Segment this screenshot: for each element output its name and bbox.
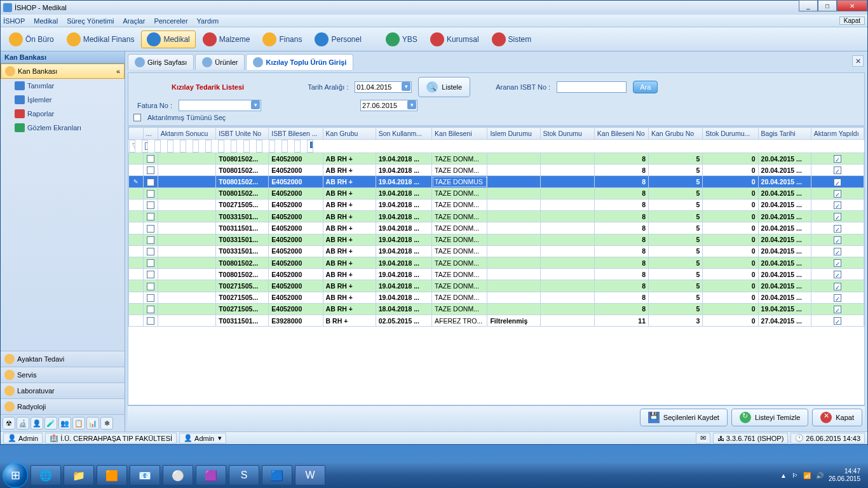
aktarim-checkbox[interactable] xyxy=(834,283,841,290)
table-row[interactable]: T00271505...E4052000AB RH +19.04.2018 ..… xyxy=(129,280,864,292)
taskbar-word[interactable]: W xyxy=(295,465,325,485)
aktarim-checkbox[interactable] xyxy=(834,317,841,325)
listele-button[interactable]: 🔍 Listele xyxy=(418,77,470,97)
data-grid[interactable]: ...Aktarım SonucuISBT Unite NoISBT Biles… xyxy=(128,126,865,405)
aktarilmamis-checkbox[interactable] xyxy=(133,114,141,121)
bottom-icon-6[interactable]: 📊 xyxy=(86,417,99,430)
taskbar-clock[interactable]: 14:47 26.06.2015 xyxy=(829,468,860,483)
filter-checkbox[interactable] xyxy=(145,142,148,150)
menu-pencereler[interactable]: Pencereler xyxy=(154,17,187,25)
table-row[interactable]: T00801502...E4052000AB RH +19.04.2018 ..… xyxy=(129,165,864,176)
tray-up-icon[interactable]: ▲ xyxy=(780,472,787,479)
toolbar-item-4[interactable]: Finans xyxy=(257,30,308,48)
sidebar-item-kan-bankasi[interactable]: Kan Bankası « xyxy=(1,64,125,79)
row-checkbox[interactable] xyxy=(147,259,154,267)
row-checkbox[interactable] xyxy=(147,190,154,198)
bottom-icon-3[interactable]: 🧪 xyxy=(44,417,57,430)
save-button[interactable]: 💾 Seçilenleri Kaydet xyxy=(640,409,728,426)
fatura-input[interactable] xyxy=(179,100,261,111)
column-header-2[interactable]: ISBT Unite No xyxy=(216,128,269,140)
bottom-icon-5[interactable]: 📋 xyxy=(72,417,85,430)
row-checkbox[interactable] xyxy=(147,179,154,186)
column-header-4[interactable]: Kan Grubu xyxy=(323,128,376,140)
aktarim-checkbox[interactable] xyxy=(834,248,841,255)
menu-medikal[interactable]: Medikal xyxy=(34,17,58,25)
table-row[interactable]: T00331501...E4052000AB RH +19.04.2018 ..… xyxy=(129,234,864,245)
status-location[interactable]: 🏥İ.Ü. CERRAHPAŞA TIP FAKÜLTESİ xyxy=(45,433,177,444)
table-row[interactable]: T00801502...E4052000AB RH +19.04.2018 ..… xyxy=(129,257,864,268)
aktarim-checkbox[interactable] xyxy=(834,236,841,244)
aktarim-checkbox[interactable] xyxy=(834,271,841,278)
status-user[interactable]: 👤Admin xyxy=(3,433,43,444)
taskbar-app3[interactable]: 🟦 xyxy=(262,465,292,485)
column-header-12[interactable]: Bagis Tarihi xyxy=(758,128,811,140)
toolbar-item-3[interactable]: Malzeme xyxy=(197,30,256,48)
column-header-6[interactable]: Kan Bileseni xyxy=(432,128,487,140)
maximize-button[interactable]: □ xyxy=(818,0,837,11)
column-header-13[interactable]: Aktarım Yapıldı xyxy=(811,128,864,140)
aktarim-checkbox[interactable] xyxy=(834,166,841,174)
filter-indicator[interactable] xyxy=(310,142,313,148)
taskbar-outlook[interactable]: 📧 xyxy=(130,465,160,485)
row-checkbox[interactable] xyxy=(147,294,154,302)
table-row[interactable]: T00311501...E3928000B RH +02.05.2015 ...… xyxy=(129,315,864,327)
toolbar-item-6[interactable]: YBS xyxy=(380,30,423,48)
aktarim-checkbox[interactable] xyxy=(834,201,841,209)
aktarim-checkbox[interactable] xyxy=(834,190,841,198)
tray-flag-icon[interactable]: 🏳 xyxy=(792,472,798,479)
tray-network-icon[interactable]: 📶 xyxy=(803,472,811,479)
sidebar-panel-0[interactable]: Ayaktan Tedavi xyxy=(1,351,125,367)
taskbar-ie[interactable]: 🌐 xyxy=(31,465,61,485)
toolbar-item-5[interactable]: Personel xyxy=(309,30,367,48)
menu-ishop[interactable]: İSHOP xyxy=(3,17,25,25)
bottom-icon-7[interactable]: ❄ xyxy=(100,417,113,430)
close-button[interactable]: ✕ xyxy=(837,0,867,11)
row-checkbox[interactable] xyxy=(147,283,154,290)
close-tab-icon[interactable]: ✕ xyxy=(852,55,864,67)
sidebar-panel-2[interactable]: Laboratuvar xyxy=(1,383,125,398)
menu-araclar[interactable]: Araçlar xyxy=(123,17,146,25)
tarih-to-input[interactable] xyxy=(360,100,417,111)
toolbar-item-8[interactable]: Sistem xyxy=(486,30,538,48)
table-row[interactable]: T00801502...E4052000AB RH +19.04.2018 ..… xyxy=(129,187,864,199)
column-header-7[interactable]: Islem Durumu xyxy=(487,128,540,140)
taskbar-skype[interactable]: S xyxy=(229,465,259,485)
table-row[interactable]: T00331501...E4052000AB RH +19.04.2018 ..… xyxy=(129,245,864,257)
sidebar-panel-3[interactable]: Radyoloji xyxy=(1,398,125,414)
aktarim-checkbox[interactable] xyxy=(834,225,841,233)
taskbar-app1[interactable]: 🟧 xyxy=(97,465,127,485)
table-row[interactable]: T00311501...E4052000AB RH +19.04.2018 ..… xyxy=(129,222,864,234)
isbt-input[interactable] xyxy=(557,81,627,93)
bottom-icon-4[interactable]: 👥 xyxy=(58,417,71,430)
row-checkbox[interactable] xyxy=(147,306,154,313)
menu-surec[interactable]: Süreç Yönetimi xyxy=(67,17,114,25)
tab-1[interactable]: Ürünler xyxy=(195,54,245,70)
taskbar-app2[interactable]: 🟪 xyxy=(196,465,226,485)
funnel-icon[interactable]: ▽ xyxy=(129,140,135,152)
table-row[interactable]: T00271505...E4052000AB RH +19.04.2018 ..… xyxy=(129,292,864,303)
column-header-11[interactable]: Stok Durumu... xyxy=(703,128,758,140)
row-checkbox[interactable] xyxy=(147,248,154,255)
sidebar-sub-2[interactable]: Raporlar xyxy=(1,107,125,121)
column-header-0[interactable]: ... xyxy=(143,128,158,140)
column-header-8[interactable]: Stok Durumu xyxy=(540,128,594,140)
tab-0[interactable]: Giriş Sayfası xyxy=(128,54,194,70)
bottom-icon-2[interactable]: 👤 xyxy=(31,417,43,430)
close-panel-button[interactable]: ✕ Kapat xyxy=(812,409,862,426)
row-checkbox[interactable] xyxy=(147,317,154,325)
table-row[interactable]: T00271505...E4052000AB RH +18.04.2018 ..… xyxy=(129,303,864,315)
tray-volume-icon[interactable]: 🔊 xyxy=(816,472,824,479)
row-checkbox[interactable] xyxy=(147,271,154,278)
aktarim-checkbox[interactable] xyxy=(834,213,841,220)
status-admin-dropdown[interactable]: 👤Admin▾ xyxy=(179,433,226,444)
aktarim-checkbox[interactable] xyxy=(834,259,841,267)
column-header-3[interactable]: ISBT Bilesen ... xyxy=(269,128,323,140)
table-row[interactable]: T00271505...E4052000AB RH +19.04.2018 ..… xyxy=(129,199,864,210)
column-header-9[interactable]: Kan Bileseni No xyxy=(594,128,648,140)
minimize-button[interactable]: _ xyxy=(799,0,818,11)
menu-yardim[interactable]: Yardım xyxy=(197,17,219,25)
toolbar-item-2[interactable]: Medikal xyxy=(141,30,195,48)
table-row[interactable]: ✎T00801502...E4052000AB RH +19.04.2018 .… xyxy=(129,176,864,187)
bottom-icon-0[interactable]: ☢ xyxy=(3,417,15,430)
column-header-5[interactable]: Son Kullanm... xyxy=(376,128,431,140)
